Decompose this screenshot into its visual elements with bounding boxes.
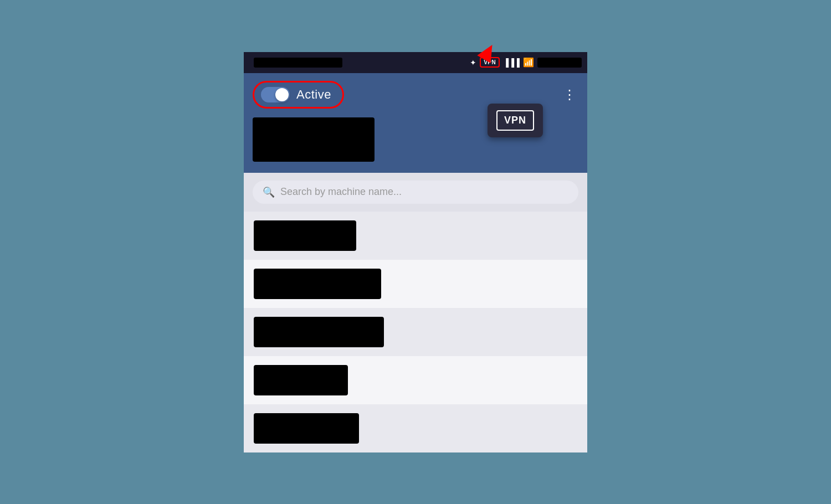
wifi-icon: 📶 (523, 57, 534, 68)
list-item[interactable] (244, 404, 587, 452)
search-icon: 🔍 (263, 186, 275, 198)
active-toggle-container[interactable]: Active (253, 81, 344, 109)
red-arrow-icon (477, 41, 499, 63)
list-item[interactable] (244, 308, 587, 356)
header-redacted-block (253, 117, 375, 162)
list-item-redacted (254, 220, 356, 251)
search-placeholder: Search by machine name... (280, 186, 402, 198)
more-options-icon[interactable]: ⋮ (561, 85, 578, 105)
search-input-wrapper[interactable]: 🔍 Search by machine name... (253, 181, 578, 204)
arrow-annotation (475, 49, 496, 60)
active-label: Active (296, 88, 331, 102)
machine-list (244, 212, 587, 452)
toggle-knob (275, 88, 289, 101)
list-item[interactable] (244, 260, 587, 308)
app-header: Active ⋮ VPN (244, 73, 587, 173)
status-bar: ✦ VPN ▐▐▐ 📶 (244, 52, 587, 73)
vpn-popup-text: VPN (496, 110, 534, 131)
status-bar-redacted-right (537, 58, 582, 68)
vpn-popup-badge: VPN (488, 104, 543, 137)
list-item[interactable] (244, 356, 587, 404)
list-item-redacted (254, 413, 359, 444)
search-bar-area: 🔍 Search by machine name... (244, 173, 587, 212)
status-bar-redacted-left (254, 58, 342, 68)
list-item[interactable] (244, 212, 587, 260)
vpn-toggle[interactable] (261, 87, 290, 102)
list-item-redacted (254, 317, 384, 347)
list-item-redacted (254, 365, 348, 395)
signal-icon: ▐▐▐ (503, 58, 520, 67)
list-item-redacted (254, 269, 381, 299)
status-bar-left (249, 58, 466, 68)
phone-screen: ✦ VPN ▐▐▐ 📶 Active ⋮ VPN (244, 52, 587, 452)
